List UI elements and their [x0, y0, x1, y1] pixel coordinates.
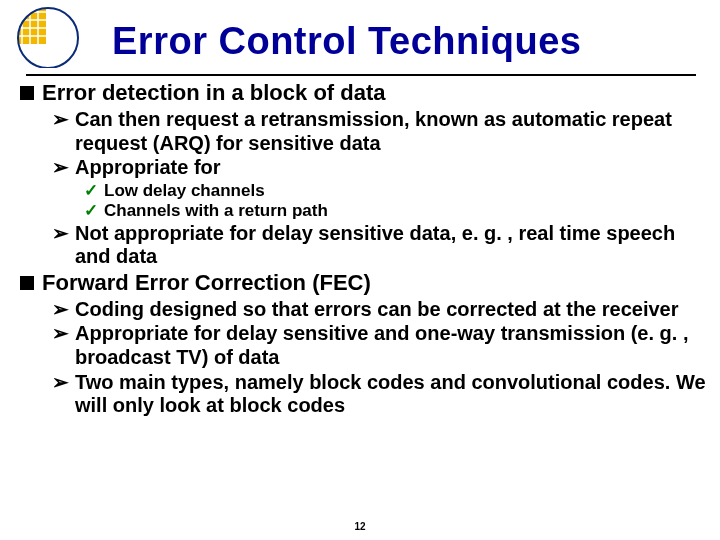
arrow-bullet-icon: ➢	[52, 298, 69, 322]
square-bullet-icon	[20, 86, 34, 100]
section-heading: Error detection in a block of data	[20, 80, 710, 106]
bullet-text: Two main types, namely block codes and c…	[75, 371, 710, 418]
section-heading-text: Error detection in a block of data	[42, 80, 386, 106]
bullet-text: Coding designed so that errors can be co…	[75, 298, 679, 322]
bullet-level2: ➢ Not appropriate for delay sensitive da…	[20, 222, 710, 269]
bullet-text: Appropriate for	[75, 156, 221, 180]
check-bullet-icon: ✓	[84, 201, 98, 221]
bullet-level2: ➢ Can then request a retransmission, kno…	[20, 108, 710, 155]
arrow-bullet-icon: ➢	[52, 371, 69, 395]
slide-body: Error detection in a block of data ➢ Can…	[20, 80, 710, 419]
bullet-level2: ➢ Appropriate for	[20, 156, 710, 180]
bullet-level3: ✓ Channels with a return path	[20, 201, 710, 221]
square-bullet-icon	[20, 276, 34, 290]
bullet-level2: ➢ Coding designed so that errors can be …	[20, 298, 710, 322]
bullet-text: Channels with a return path	[104, 201, 328, 221]
title-divider	[26, 74, 696, 76]
arrow-bullet-icon: ➢	[52, 322, 69, 346]
arrow-bullet-icon: ➢	[52, 108, 69, 132]
slide-logo	[12, 4, 82, 68]
bullet-level3: ✓ Low delay channels	[20, 181, 710, 201]
arrow-bullet-icon: ➢	[52, 222, 69, 246]
bullet-text: Low delay channels	[104, 181, 265, 201]
bullet-text: Appropriate for delay sensitive and one-…	[75, 322, 710, 369]
check-bullet-icon: ✓	[84, 181, 98, 201]
page-number: 12	[0, 521, 720, 532]
bullet-text: Can then request a retransmission, known…	[75, 108, 710, 155]
bullet-level2: ➢ Appropriate for delay sensitive and on…	[20, 322, 710, 369]
section-heading: Forward Error Correction (FEC)	[20, 270, 710, 296]
section-heading-text: Forward Error Correction (FEC)	[42, 270, 371, 296]
slide-title: Error Control Techniques	[112, 20, 581, 63]
bullet-text: Not appropriate for delay sensitive data…	[75, 222, 710, 269]
bullet-level2: ➢ Two main types, namely block codes and…	[20, 371, 710, 418]
arrow-bullet-icon: ➢	[52, 156, 69, 180]
